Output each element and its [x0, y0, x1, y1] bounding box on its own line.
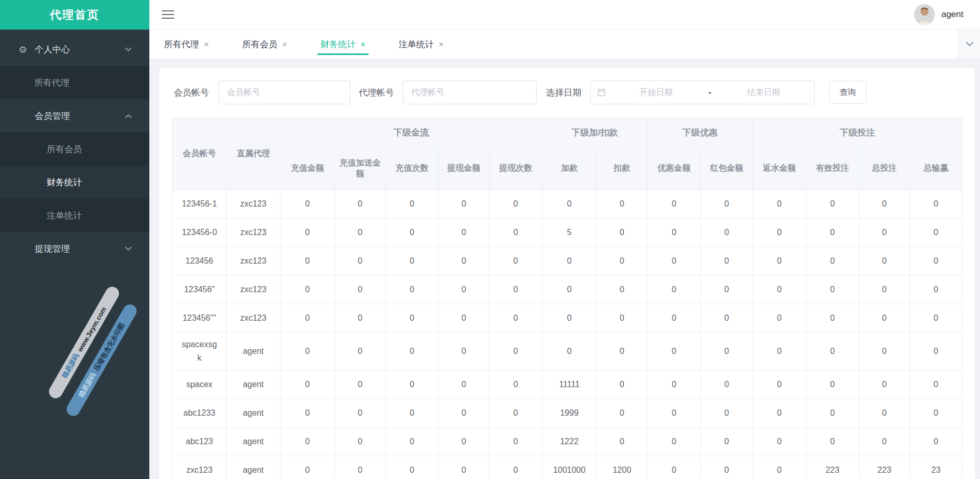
table-cell: 1001000: [542, 456, 597, 479]
agent-account-input[interactable]: [403, 80, 537, 104]
chevron-down-icon: [125, 45, 132, 51]
sidebar-item-label: 个人中心: [35, 44, 70, 56]
sidebar-item-3[interactable]: 所有会员: [0, 132, 149, 166]
table-cell: 123456-1: [173, 190, 227, 218]
table-cell: zxc123: [227, 276, 281, 304]
table-cell: 0: [542, 304, 597, 333]
sidebar-item-6[interactable]: 提现管理: [0, 232, 149, 265]
table-cell: 0: [281, 456, 335, 479]
close-tab-icon[interactable]: ×: [282, 40, 287, 49]
table-row: spacexagent00000111110000000: [173, 371, 962, 399]
table-row: abc123agent0000012220000000: [173, 428, 962, 456]
table-subheader-3: 提现金额: [439, 147, 489, 190]
table-cell: spacex: [173, 371, 227, 399]
table-cell: zxc123: [227, 218, 281, 247]
close-tab-icon[interactable]: ×: [360, 40, 366, 49]
table-cell: 0: [489, 333, 542, 371]
table-row: zxc123agent000001001000120000022322323: [173, 456, 962, 479]
table-cell: 0: [281, 190, 335, 218]
table-cell: 0: [542, 247, 597, 276]
table-cell: 0: [701, 333, 753, 371]
sidebar-item-2[interactable]: 会员管理: [0, 99, 149, 132]
table-cell: 0: [281, 276, 335, 304]
table-cell: 0: [597, 247, 648, 276]
avatar[interactable]: [914, 4, 935, 25]
tab-list-dropdown-button[interactable]: [958, 30, 980, 59]
table-cell: 0: [335, 190, 386, 218]
sidebar-item-0[interactable]: ⚙个人中心: [0, 33, 149, 66]
table-cell: 0: [489, 428, 542, 456]
table-row: 123456-1zxc1230000000000000: [173, 190, 962, 218]
sidebar: 代理首页 ⚙个人中心所有代理会员管理所有会员财务统计注单统计提现管理 稳易源码w…: [0, 0, 149, 479]
avatar-image: [914, 4, 935, 25]
table-subheader-1: 充值加送金额: [335, 147, 386, 190]
sidebar-item-4[interactable]: 财务统计: [0, 166, 149, 199]
table-cell: 0: [806, 428, 859, 456]
tab-2[interactable]: 财务统计×: [313, 30, 373, 59]
table-cell: 0: [910, 190, 962, 218]
date-range-picker[interactable]: 开始日期 - 结束日期: [590, 80, 815, 104]
table-cell: 0: [701, 276, 753, 304]
table-cell: 0: [335, 247, 386, 276]
close-tab-icon[interactable]: ×: [204, 40, 209, 49]
table-cell: 5: [542, 218, 597, 247]
hamburger-menu-icon[interactable]: [162, 10, 174, 19]
table-cell: 0: [335, 218, 386, 247]
sidebar-menu: ⚙个人中心所有代理会员管理所有会员财务统计注单统计提现管理: [0, 30, 149, 265]
table-cell: 0: [386, 276, 439, 304]
table-group-header-2: 下级优惠: [648, 118, 753, 147]
table-cell: 0: [806, 276, 859, 304]
table-cell: 0: [753, 218, 806, 247]
table-cell: 0: [701, 304, 753, 333]
table-row: 123456"zxc1230000000000000: [173, 276, 962, 304]
agent-account-label: 代理帐号: [359, 87, 394, 99]
table-cell: 0: [335, 333, 386, 371]
member-account-input[interactable]: [219, 80, 351, 104]
tab-3[interactable]: 注单统计×: [391, 30, 451, 59]
close-tab-icon[interactable]: ×: [439, 40, 444, 49]
chevron-up-icon: [125, 114, 132, 120]
table-group-header-0: 下级金流: [281, 118, 542, 147]
table-cell: 0: [281, 399, 335, 428]
start-date-placeholder[interactable]: 开始日期: [606, 87, 706, 98]
sidebar-item-1[interactable]: 所有代理: [0, 66, 149, 99]
table-cell: 0: [335, 456, 386, 479]
table-cell: 0: [439, 304, 489, 333]
table-cell: 0: [439, 371, 489, 399]
table-cell: 0: [597, 333, 648, 371]
table-cell: 0: [597, 399, 648, 428]
search-button[interactable]: 查询: [829, 81, 866, 104]
table-cell: 0: [806, 190, 859, 218]
table-cell: 0: [753, 371, 806, 399]
table-cell: 0: [859, 371, 910, 399]
end-date-placeholder[interactable]: 结束日期: [713, 87, 814, 98]
table-cell: abc1233: [173, 399, 227, 428]
table-header-0: 会员帐号: [173, 118, 227, 190]
table-cell: 0: [806, 333, 859, 371]
sidebar-item-label: 提现管理: [35, 243, 70, 255]
table-cell: 0: [335, 371, 386, 399]
table-cell: 0: [701, 247, 753, 276]
sidebar-item-5[interactable]: 注单统计: [0, 199, 149, 232]
table-subheader-2: 充值次数: [386, 147, 439, 190]
table-cell: 0: [386, 428, 439, 456]
table-cell: 11111: [542, 371, 597, 399]
sidebar-item-label: 财务统计: [47, 176, 82, 188]
member-account-label: 会员帐号: [174, 87, 209, 99]
table-cell: 223: [806, 456, 859, 479]
watermark-prefix: 稳易源码: [60, 352, 81, 380]
table-cell: 0: [910, 428, 962, 456]
table-cell: 0: [489, 399, 542, 428]
table-subheader-5: 加款: [542, 147, 597, 190]
tab-label: 所有会员: [242, 38, 277, 50]
tab-label: 财务统计: [320, 38, 356, 50]
tab-0[interactable]: 所有代理×: [157, 30, 216, 59]
table-cell: 0: [542, 190, 597, 218]
tab-1[interactable]: 所有会员×: [235, 30, 295, 59]
tabs-container: 所有代理×所有会员×财务统计×注单统计×: [157, 30, 470, 59]
table-header-1: 直属代理: [227, 118, 281, 190]
username-label[interactable]: agent: [941, 9, 963, 20]
table-cell: 0: [753, 428, 806, 456]
table-subheader-12: 总输赢: [910, 147, 962, 190]
table-cell: 0: [859, 304, 910, 333]
